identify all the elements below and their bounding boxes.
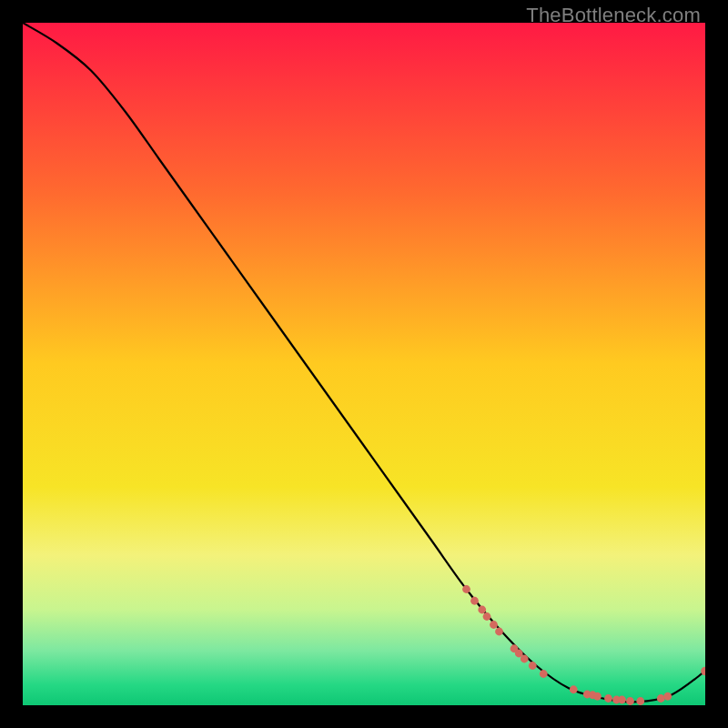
data-point xyxy=(478,606,486,614)
data-point xyxy=(657,694,665,703)
data-point xyxy=(521,655,529,663)
data-point xyxy=(529,662,537,670)
data-point xyxy=(490,621,498,629)
chart-frame xyxy=(23,23,705,705)
data-point xyxy=(593,693,602,701)
data-point xyxy=(604,694,612,703)
data-point xyxy=(483,612,491,621)
bottleneck-chart xyxy=(23,23,705,705)
data-point xyxy=(462,585,470,593)
data-point xyxy=(663,693,672,701)
data-point xyxy=(495,628,503,636)
data-point xyxy=(540,670,548,678)
data-point xyxy=(636,697,644,705)
data-point xyxy=(618,696,626,704)
watermark-text: TheBottleneck.com xyxy=(526,4,701,27)
plot-background xyxy=(23,23,705,705)
data-point xyxy=(470,597,479,605)
data-point xyxy=(626,697,634,705)
data-point xyxy=(570,685,578,693)
